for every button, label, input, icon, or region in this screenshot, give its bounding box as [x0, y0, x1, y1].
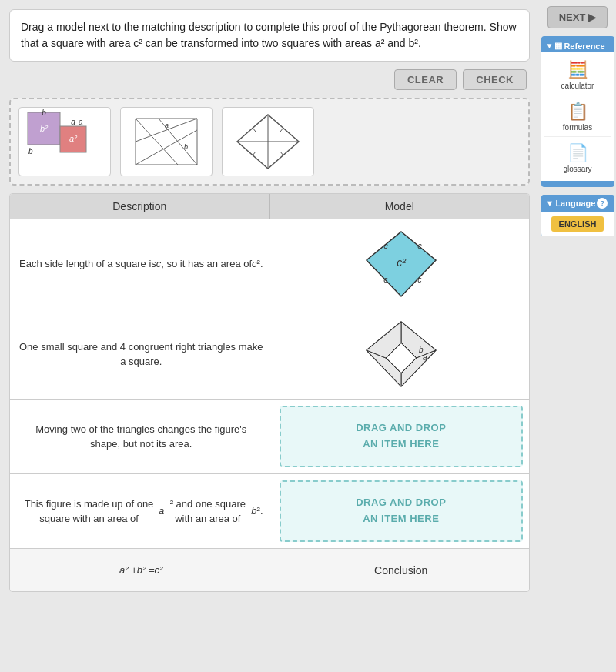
drag-items-area: b² b a² a b a [9, 98, 530, 186]
calculator-icon: 🧮 [567, 60, 588, 80]
calculator-label: calculator [561, 82, 594, 90]
row4-model: DRAG AND DROPAN ITEM HERE [273, 474, 530, 548]
check-button[interactable]: CHECK [463, 69, 527, 90]
glossary-item[interactable]: 📄 glossary [544, 139, 611, 178]
row2-description: One small square and 4 congruent right t… [10, 309, 273, 399]
drop-zone-1[interactable]: DRAG AND DROPAN ITEM HERE [280, 406, 524, 467]
col-description-header: Description [10, 194, 270, 219]
glossary-label: glossary [563, 165, 591, 173]
conclusion-row: a² + b² = c² Conclusion [10, 549, 529, 591]
table-row: Each side length of a square is c, so it… [10, 219, 529, 309]
drop-zone-1-text: DRAG AND DROPAN ITEM HERE [356, 420, 446, 453]
calculator-item[interactable]: 🧮 calculator [544, 55, 611, 95]
svg-text:a: a [165, 122, 169, 129]
drag-item-two-squares[interactable]: b² b a² a b a [18, 107, 111, 176]
table-row: One small square and 4 congruent right t… [10, 309, 529, 400]
row3-model: DRAG AND DROPAN ITEM HERE [273, 400, 530, 473]
glossary-icon: 📄 [567, 143, 588, 163]
language-button[interactable]: ENGLISH [551, 216, 604, 232]
formulas-icon: 📋 [567, 102, 588, 122]
reference-triangle-icon: ▼ [546, 42, 554, 50]
table-header: Description Model [10, 194, 529, 219]
language-triangle-icon: ▼ [546, 199, 554, 208]
svg-line-9 [136, 119, 178, 165]
sidebar: NEXT ▶ ▼ ▦ Reference 🧮 calculator 📋 form… [539, 0, 616, 672]
proof-table: Description Model Each side length of a … [9, 193, 530, 592]
drop-zone-2-text: DRAG AND DROPAN ITEM HERE [356, 495, 446, 527]
svg-text:a: a [423, 353, 427, 362]
language-header: ▼ Language ? [541, 195, 614, 212]
reference-header: ▼ ▦ Reference [541, 39, 614, 52]
language-label: Language [555, 199, 595, 208]
drag-item-diamond[interactable] [222, 107, 314, 176]
conclusion-label: Conclusion [374, 564, 427, 577]
svg-text:c: c [383, 241, 388, 250]
reference-label: Reference [564, 42, 604, 51]
next-button[interactable]: NEXT ▶ [547, 6, 608, 28]
language-panel: ▼ Language ? ENGLISH [541, 195, 614, 236]
svg-text:c: c [417, 241, 422, 250]
svg-text:c: c [417, 275, 422, 284]
row3-description: Moving two of the triangles changes the … [10, 400, 273, 473]
svg-text:c: c [383, 275, 388, 284]
row1-description: Each side length of a square is c, so it… [10, 219, 273, 309]
svg-text:a²: a² [69, 134, 77, 143]
conclusion-description: a² + b² = c² [10, 549, 273, 591]
reference-icon: ▦ [554, 41, 562, 51]
instructions-box: Drag a model next to the matching descri… [9, 9, 530, 62]
table-row: Moving two of the triangles changes the … [10, 400, 529, 474]
instructions-text: Drag a model next to the matching descri… [21, 21, 517, 49]
svg-text:b: b [28, 147, 33, 155]
row4-description: This figure is made up of one square wit… [10, 474, 273, 548]
table-row: This figure is made up of one square wit… [10, 474, 529, 549]
row2-model: b a [273, 309, 530, 399]
action-buttons-container: CLEAR CHECK [9, 69, 530, 90]
conclusion-model: Conclusion [273, 549, 530, 591]
next-label: NEXT [559, 12, 586, 23]
svg-text:b²: b² [40, 124, 48, 133]
language-body: ENGLISH [541, 212, 614, 236]
next-arrow-icon: ▶ [588, 12, 596, 23]
svg-text:a: a [71, 118, 75, 126]
reference-items: 🧮 calculator 📋 formulas 📄 glossary [541, 52, 614, 181]
svg-text:c²: c² [397, 256, 407, 269]
clear-button[interactable]: CLEAR [394, 69, 457, 90]
svg-text:b: b [184, 143, 188, 151]
col-model-header: Model [270, 194, 530, 219]
language-info-icon: ? [597, 198, 608, 209]
drop-zone-2[interactable]: DRAG AND DROPAN ITEM HERE [280, 480, 524, 542]
drag-item-rearranged[interactable]: a b [120, 107, 213, 176]
svg-text:a: a [79, 118, 83, 126]
formulas-item[interactable]: 📋 formulas [544, 97, 611, 137]
formulas-label: formulas [563, 123, 592, 132]
svg-text:b: b [42, 109, 46, 117]
row1-model: c² c c c c [273, 219, 530, 309]
reference-panel: ▼ ▦ Reference 🧮 calculator 📋 formulas 📄 … [541, 36, 614, 187]
